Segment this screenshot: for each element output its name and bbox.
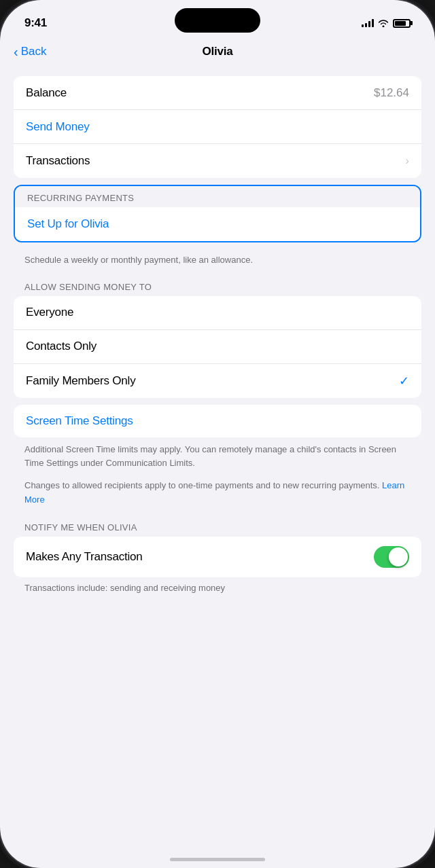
status-icons: [362, 19, 411, 28]
notify-section: NOTIFY ME WHEN OLIVIA Makes Any Transact…: [0, 517, 435, 577]
setup-label: Set Up for Olivia: [27, 217, 109, 231]
family-checkmark-icon: ✓: [399, 374, 409, 388]
footer-note-2-text: Changes to allowed recipients apply to o…: [24, 480, 379, 490]
makes-transaction-row: Makes Any Transaction: [14, 537, 421, 577]
phone-frame: 9:41: [0, 0, 435, 868]
phone-screen: 9:41: [0, 0, 435, 868]
footer-note-1: Additional Screen Time limits may apply.…: [24, 443, 411, 471]
balance-label: Balance: [26, 86, 67, 100]
contacts-only-label: Contacts Only: [26, 340, 97, 353]
recurring-inner: Set Up for Olivia: [15, 207, 420, 241]
home-indicator: [170, 858, 265, 861]
recurring-header: RECURRING PAYMENTS: [15, 186, 420, 207]
transactions-label: Transactions: [26, 154, 90, 168]
footer-notes: Additional Screen Time limits may apply.…: [0, 437, 435, 517]
family-members-row[interactable]: Family Members Only ✓: [14, 364, 421, 398]
contacts-only-row[interactable]: Contacts Only: [14, 330, 421, 364]
balance-section: Balance $12.64 Send Money Transactions ›: [14, 76, 421, 178]
balance-value: $12.64: [374, 86, 409, 100]
setup-row[interactable]: Set Up for Olivia: [15, 207, 420, 241]
makes-transaction-toggle[interactable]: [374, 546, 409, 568]
notify-header: NOTIFY ME WHEN OLIVIA: [0, 517, 435, 537]
family-members-label: Family Members Only: [26, 374, 136, 388]
nav-title: Olivia: [202, 45, 232, 58]
bottom-note: Transactions include: sending and receiv…: [0, 577, 435, 599]
back-chevron-icon: ‹: [14, 45, 18, 58]
recurring-footer: Schedule a weekly or monthly payment, li…: [0, 249, 435, 276]
everyone-row[interactable]: Everyone: [14, 296, 421, 330]
send-money-label: Send Money: [26, 120, 89, 134]
recurring-footer-text: Schedule a weekly or monthly payment, li…: [24, 255, 253, 265]
wifi-icon: [378, 19, 389, 27]
bottom-note-text: Transactions include: sending and receiv…: [24, 583, 225, 593]
signal-icon: [362, 19, 374, 27]
footer-note-2: Changes to allowed recipients apply to o…: [24, 479, 411, 507]
everyone-label: Everyone: [26, 306, 73, 319]
makes-transaction-label: Makes Any Transaction: [26, 550, 143, 564]
screen-time-row[interactable]: Screen Time Settings: [14, 405, 421, 437]
transactions-row[interactable]: Transactions ›: [14, 144, 421, 178]
allow-section-wrapper: ALLOW SENDING MONEY TO Everyone Contacts…: [0, 276, 435, 398]
content-area: Balance $12.64 Send Money Transactions ›…: [0, 64, 435, 850]
dynamic-island: [175, 8, 260, 33]
balance-row: Balance $12.64: [14, 76, 421, 110]
back-label: Back: [21, 45, 47, 58]
back-button[interactable]: ‹ Back: [14, 45, 46, 58]
allow-group: Everyone Contacts Only Family Members On…: [14, 296, 421, 398]
toggle-thumb: [389, 547, 408, 566]
allow-header: ALLOW SENDING MONEY TO: [0, 276, 435, 296]
recurring-payments-section: RECURRING PAYMENTS Set Up for Olivia: [14, 185, 421, 242]
status-time: 9:41: [24, 16, 47, 30]
notify-group: Makes Any Transaction: [14, 537, 421, 577]
nav-bar: ‹ Back Olivia: [0, 39, 435, 64]
send-money-row[interactable]: Send Money: [14, 110, 421, 144]
transactions-chevron-icon: ›: [405, 154, 409, 168]
battery-icon: [393, 19, 411, 28]
screen-time-label: Screen Time Settings: [26, 414, 133, 428]
